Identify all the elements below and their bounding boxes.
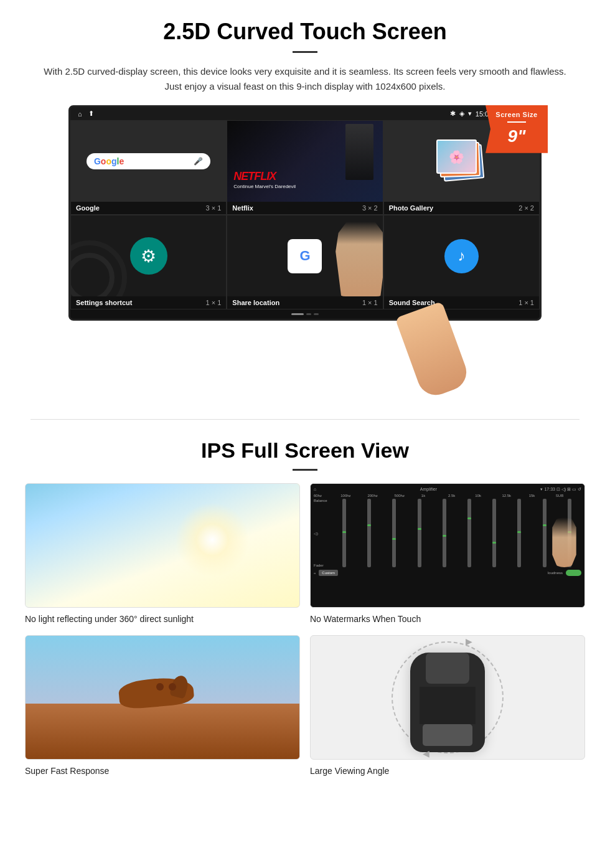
app-cell-google[interactable]: Google 🎤 Google 3 × 1 <box>70 120 227 215</box>
amp-freq-labels: 60hz100hz200hz500hz1k2.5k10k12.5k15kSUB <box>314 494 581 498</box>
share-label: Share location 1 × 1 <box>227 296 382 309</box>
app-grid-row1: Google 🎤 Google 3 × 1 <box>70 120 540 215</box>
section-ips-screen: IPS Full Screen View No light reflecting… <box>0 420 610 790</box>
settings-app-size: 1 × 1 <box>206 299 222 306</box>
music-note-icon: ♪ <box>458 247 465 265</box>
app-cell-settings[interactable]: ⚙ Settings shortcut 1 × 1 <box>70 215 227 309</box>
google-app-inner: Google 🎤 <box>71 121 226 202</box>
google-logo: Google <box>94 156 124 166</box>
section1-description: With 2.5D curved-display screen, this de… <box>37 64 573 94</box>
cheetah-silhouette <box>113 676 212 719</box>
status-bar: ⌂ ⬆ ✱ ◈ ▾ 15:06 ⊡ ◁) ⊠ ▭ <box>70 107 540 120</box>
hand-touch-image <box>333 222 383 296</box>
netflix-app-inner: ▶ NETFLIX Continue Marvel's Daredevil <box>227 121 382 202</box>
daredevil-figure <box>345 124 373 180</box>
gear-icon: ⚙ <box>141 246 156 267</box>
netflix-content: ▶ NETFLIX Continue Marvel's Daredevil <box>227 121 382 202</box>
photo-stack: 🌸 <box>436 139 486 183</box>
sound-label: Sound Search 1 × 1 <box>384 296 539 309</box>
settings-app-inner: ⚙ <box>71 215 226 296</box>
usb-icon: ⬆ <box>88 110 94 118</box>
app-cell-netflix[interactable]: ▶ NETFLIX Continue Marvel's Daredevil Ne… <box>227 120 383 215</box>
scroll-dots <box>70 309 540 319</box>
amplifier-label: No Watermarks When Touch <box>310 613 585 625</box>
photo-card-3: 🌸 <box>436 139 477 174</box>
amp-left-labels: Balance ◁) Fader <box>314 499 332 567</box>
section2-title: IPS Full Screen View <box>25 438 585 463</box>
amp-equalizer <box>332 499 581 567</box>
sound-app-inner: ♪ <box>384 215 539 296</box>
badge-size: 9" <box>493 125 540 148</box>
netflix-app-size: 3 × 2 <box>362 204 378 212</box>
maps-icon: G <box>288 239 322 273</box>
title-underline <box>293 51 317 53</box>
google-search-bar[interactable]: Google 🎤 <box>87 153 210 169</box>
feature-cheetah: Super Fast Response <box>25 635 300 777</box>
netflix-subtitle: Continue Marvel's Daredevil <box>233 184 296 189</box>
sound-app-name: Sound Search <box>389 299 435 306</box>
google-app-size: 3 × 1 <box>206 204 222 212</box>
app-cell-sound-search[interactable]: ♪ Sound Search 1 × 1 <box>383 215 540 309</box>
sunlight-label: No light reflecting under 360° direct su… <box>25 613 300 625</box>
settings-label: Settings shortcut 1 × 1 <box>71 296 226 309</box>
device-wrapper: Screen Size 9" ⌂ ⬆ ✱ ◈ ▾ 15:06 ⊡ ◁) ⊠ <box>68 105 542 321</box>
cheetah-image <box>25 635 300 760</box>
wifi-icon: ▾ <box>468 110 472 118</box>
photo-gallery-app-name: Photo Gallery <box>389 204 434 212</box>
amp-title: Amplifier <box>420 487 437 492</box>
amp-status: ▾ 17:33 ⊡ ◁) ⊠ ▭ ↺ <box>540 487 581 492</box>
section-curved-screen: 2.5D Curved Touch Screen With 2.5D curve… <box>0 0 610 419</box>
circle-arrows: ▶ ◀ <box>392 641 504 753</box>
share-app-size: 1 × 1 <box>362 299 378 306</box>
feature-amplifier: ⌂ Amplifier ▾ 17:33 ⊡ ◁) ⊠ ▭ ↺ 60hz100hz… <box>310 483 585 625</box>
feature-sunlight: No light reflecting under 360° direct su… <box>25 483 300 625</box>
feature-grid: No light reflecting under 360° direct su… <box>25 483 585 777</box>
share-app-inner: G <box>227 215 382 296</box>
car-top-view-wrapper: ▶ ◀ <box>410 643 485 752</box>
section1-title: 2.5D Curved Touch Screen <box>37 19 573 45</box>
car-view-label: Large Viewing Angle <box>310 765 585 777</box>
google-label: Google 3 × 1 <box>71 202 226 214</box>
netflix-logo: NETFLIX <box>233 170 276 183</box>
amp-eq-bars <box>332 499 581 567</box>
settings-app-name: Settings shortcut <box>76 299 132 306</box>
home-icon: ⌂ <box>78 110 82 118</box>
amp-bars-container: Balance ◁) Fader <box>314 499 581 567</box>
google-app-name: Google <box>76 204 100 212</box>
section2-underline <box>293 469 317 471</box>
amplifier-image: ⌂ Amplifier ▾ 17:33 ⊡ ◁) ⊠ ▭ ↺ 60hz100hz… <box>310 483 585 608</box>
photo-gallery-app-size: 2 × 2 <box>518 204 534 212</box>
netflix-label: Netflix 3 × 2 <box>227 202 382 214</box>
sound-app-size: 1 × 1 <box>518 299 534 306</box>
settings-icon: ⚙ <box>130 237 167 275</box>
status-left: ⌂ ⬆ <box>78 110 94 118</box>
sound-icon: ♪ <box>444 239 479 273</box>
screen-size-badge: Screen Size 9" <box>486 105 548 153</box>
cheetah-label: Super Fast Response <box>25 765 300 777</box>
device-frame: ⌂ ⬆ ✱ ◈ ▾ 15:06 ⊡ ◁) ⊠ ▭ <box>68 105 542 321</box>
sunlight-image <box>25 483 300 608</box>
netflix-app-name: Netflix <box>232 204 253 212</box>
badge-title: Screen Size <box>493 110 540 119</box>
share-app-name: Share location <box>232 299 279 306</box>
amp-screen-content: ⌂ Amplifier ▾ 17:33 ⊡ ◁) ⊠ ▭ ↺ 60hz100hz… <box>311 484 584 607</box>
amp-footer: « Custom loudness <box>314 570 581 576</box>
location-icon: ◈ <box>459 110 464 118</box>
app-cell-share-location[interactable]: G Share location 1 × 1 <box>227 215 383 309</box>
photo-gallery-label: Photo Gallery 2 × 2 <box>384 202 539 214</box>
google-mic-icon[interactable]: 🎤 <box>194 157 203 166</box>
feature-car-view: ▶ ◀ Large Viewing Angle <box>310 635 585 777</box>
amp-header: ⌂ Amplifier ▾ 17:33 ⊡ ◁) ⊠ ▭ ↺ <box>314 487 581 492</box>
car-view-image: ▶ ◀ <box>310 635 585 760</box>
bluetooth-icon: ✱ <box>450 110 456 118</box>
app-grid-row2: ⚙ Settings shortcut 1 × 1 <box>70 215 540 309</box>
amp-home-icon: ⌂ <box>314 487 316 492</box>
